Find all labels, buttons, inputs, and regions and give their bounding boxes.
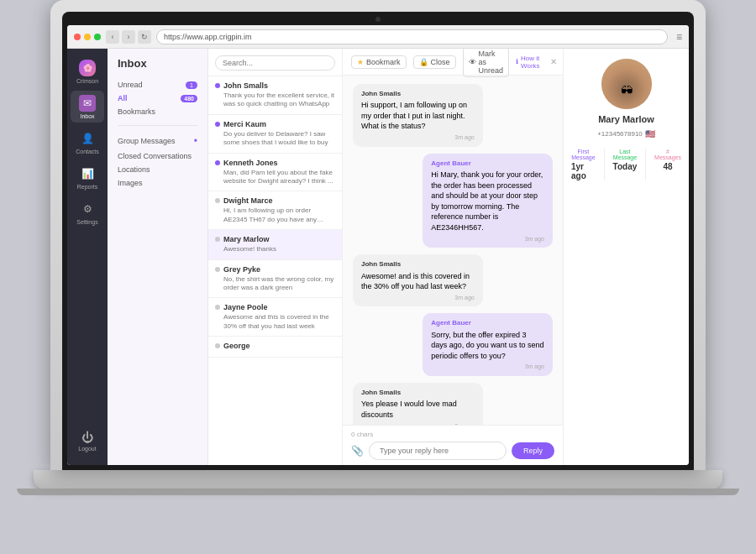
sidebar-item-crimson[interactable]: 🌸 Crimson — [71, 55, 104, 87]
conv-header: George — [215, 342, 335, 350]
close-x-button[interactable]: ✕ — [550, 57, 557, 66]
message-user-2: John Smalls Awesome! and is this covered… — [353, 254, 483, 306]
msg-sender: John Smalls — [361, 89, 475, 98]
filter-images[interactable]: Images — [108, 176, 207, 190]
conv-item-george[interactable]: George — [208, 337, 342, 358]
conv-preview: No, the shirt was the wrong color, my or… — [215, 275, 335, 293]
search-input[interactable] — [215, 55, 335, 71]
msg-time: 3m ago — [361, 294, 475, 302]
sidebar-item-reports[interactable]: 📊 Reports — [71, 161, 104, 193]
conv-item-grey-pyke[interactable]: Grey Pyke No, the shirt was the wrong co… — [208, 260, 342, 299]
icon-sidebar: 🌸 Crimson ✉ Inbox 👤 Contacts 📊 — [67, 49, 108, 465]
msg-sender: John Smalls — [361, 388, 475, 397]
settings-icon: ⚙ — [79, 201, 96, 217]
traffic-lights — [74, 34, 101, 40]
how-it-works-label: How it Works — [521, 55, 540, 70]
close-button[interactable] — [74, 34, 81, 40]
filter-locations[interactable]: Locations — [108, 163, 207, 176]
chat-area: ★ Bookmark 🔒 Close 👁 Mark as Unread — [343, 49, 563, 465]
minimize-button[interactable] — [84, 34, 91, 40]
conv-name: George — [223, 342, 335, 350]
sidebar-item-inbox[interactable]: ✉ Inbox — [71, 91, 104, 123]
group-section: Group Messages • Closed Conversations Lo… — [108, 129, 207, 193]
filter-locations-label: Locations — [118, 165, 150, 174]
stat-value-first: 1yr ago — [571, 162, 596, 180]
filter-all[interactable]: All 480 — [108, 91, 207, 105]
app-container: 🌸 Crimson ✉ Inbox 👤 Contacts 📊 — [67, 49, 689, 465]
reports-icon: 📊 — [79, 165, 96, 182]
contact-name: Mary Marlow — [598, 114, 654, 124]
close-label: Close — [431, 58, 450, 66]
msg-time: 3m ago — [431, 363, 544, 371]
read-dot — [215, 237, 220, 242]
chat-toolbar: ★ Bookmark 🔒 Close 👁 Mark as Unread — [343, 49, 563, 76]
contact-stats: FirstMessage 1yr ago LastMessage Today #… — [571, 149, 681, 180]
phone-number: +12345678910 — [597, 130, 643, 138]
browser-menu-icon[interactable]: ≡ — [676, 31, 682, 43]
message-user-1: John Smalls Hi support, I am following u… — [353, 84, 483, 147]
conv-name: Kenneth Jones — [223, 159, 335, 167]
filter-closed[interactable]: Closed Conversations — [108, 149, 207, 163]
refresh-button[interactable]: ↻ — [138, 30, 151, 44]
stat-divider-1 — [604, 149, 605, 180]
maximize-button[interactable] — [94, 34, 101, 40]
conv-preview: Awesome! thanks — [215, 245, 335, 253]
panel-divider — [118, 125, 197, 126]
conv-header: Kenneth Jones — [215, 159, 335, 167]
filter-group-messages-label: Group Messages — [118, 137, 176, 145]
back-button[interactable]: ‹ — [106, 30, 119, 44]
sidebar-label-contacts: Contacts — [76, 149, 99, 154]
logout-button[interactable]: ⏻ Logout — [78, 431, 96, 458]
reply-input[interactable] — [369, 442, 507, 460]
conv-header: Dwight Marce — [215, 196, 335, 205]
filter-unread[interactable]: Unread 1 — [108, 78, 207, 91]
msg-sender: Agent Bauer — [431, 159, 544, 168]
conv-preview: Thank you for the excellent service, it … — [215, 91, 335, 109]
how-it-works-button[interactable]: ℹ How it Works — [516, 55, 540, 70]
stat-value-last: Today — [613, 162, 638, 171]
conv-preview: Do you deliver to Delaware? I saw some s… — [215, 130, 335, 148]
msg-text: Awesome! and is this covered in the 30% … — [361, 271, 475, 292]
forward-button[interactable]: › — [122, 30, 135, 44]
contact-phone: +12345678910 🇺🇸 — [597, 129, 655, 138]
sidebar-label-crimson: Crimson — [76, 78, 98, 84]
msg-text: Yes please I would love mad discounts — [361, 399, 475, 420]
read-dot — [215, 198, 220, 203]
eye-icon: 👁 — [469, 58, 476, 66]
msg-text: Hi support, I am following up on my orde… — [361, 100, 475, 132]
conv-preview: Hi, I am following up on order AE2345 TH… — [215, 206, 335, 224]
filter-unread-label: Unread — [118, 81, 143, 89]
read-dot — [215, 343, 220, 348]
conversation-list: John Smalls Thank you for the excellent … — [208, 49, 343, 465]
mark-unread-button[interactable]: 👁 Mark as Unread — [463, 49, 510, 77]
conv-item-dwight-marce[interactable]: Dwight Marce Hi, I am following up on or… — [208, 191, 342, 230]
filter-group-messages[interactable]: Group Messages • — [108, 133, 207, 149]
sidebar-item-settings[interactable]: ⚙ Settings — [71, 196, 104, 228]
close-conv-button[interactable]: 🔒 Close — [413, 55, 456, 69]
conv-item-merci-kaum[interactable]: Merci Kaum Do you deliver to Delaware? I… — [208, 115, 342, 154]
msg-time: 3m ago — [431, 235, 544, 243]
conv-item-kenneth-jones[interactable]: Kenneth Jones Man, did Pam tell you abou… — [208, 154, 342, 192]
conv-item-mary-marlow[interactable]: Mary Marlow Awesome! thanks — [208, 230, 342, 259]
conv-item-john-smalls[interactable]: John Smalls Thank you for the excellent … — [208, 76, 342, 115]
message-user-3: John Smalls Yes please I would love mad … — [353, 383, 483, 425]
conv-item-jayne-poole[interactable]: Jayne Poole Awesome and this is covered … — [208, 298, 342, 337]
reply-button[interactable]: Reply — [512, 442, 554, 459]
attach-icon[interactable]: 📎 — [351, 445, 364, 457]
avatar-face: 🕶 — [601, 59, 652, 109]
filter-unread-badge: 1 — [186, 81, 197, 89]
sidebar-label-settings: Settings — [76, 219, 97, 225]
sidebar-item-contacts[interactable]: 👤 Contacts — [71, 126, 104, 158]
flag-icon: 🇺🇸 — [645, 129, 655, 138]
bookmark-label: Bookmark — [366, 58, 401, 66]
bookmark-button[interactable]: ★ Bookmark — [351, 55, 407, 69]
reply-input-row: 📎 Reply — [351, 442, 554, 460]
panel-title: Inbox — [108, 49, 207, 75]
filter-bookmarks[interactable]: Bookmarks — [108, 105, 207, 118]
conv-name: Mary Marlow — [223, 235, 335, 243]
laptop-shell: ‹ › ↻ https://www.app.crigpin.im ≡ 🌸 — [50, 0, 706, 470]
laptop-foot — [17, 489, 739, 495]
url-bar[interactable]: https://www.app.crigpin.im — [156, 29, 668, 44]
conv-preview: Awesome and this is covered in the 30% o… — [215, 313, 335, 331]
search-bar — [208, 49, 342, 76]
